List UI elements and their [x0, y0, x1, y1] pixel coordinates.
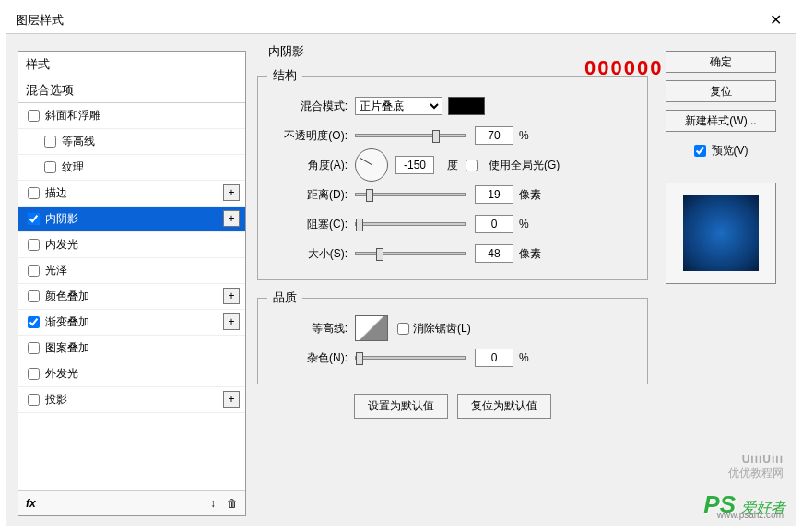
distance-unit: 像素: [519, 187, 556, 203]
style-item-2[interactable]: 纹理: [18, 155, 245, 181]
add-effect-icon[interactable]: +: [223, 288, 240, 304]
watermark-ps: PS 爱好者 www.psahz.com: [703, 491, 785, 519]
opacity-unit: %: [519, 129, 556, 142]
style-item-0[interactable]: 斜面和浮雕: [18, 103, 245, 129]
styles-panel: 样式 混合选项 斜面和浮雕等高线纹理描边+内阴影+内发光光泽颜色叠加+渐变叠加+…: [18, 51, 246, 516]
antialias-label: 消除锯齿(L): [413, 321, 471, 337]
style-label: 内阴影: [45, 211, 78, 227]
annotation-text: 000000: [584, 56, 663, 80]
blend-mode-label: 混合模式:: [267, 99, 355, 114]
styles-footer: fx ↕ 🗑: [18, 490, 245, 515]
angle-unit: 度: [447, 158, 458, 173]
noise-label: 杂色(N):: [267, 350, 355, 366]
angle-dial[interactable]: [355, 148, 388, 182]
opacity-input[interactable]: [475, 126, 513, 145]
add-effect-icon[interactable]: +: [223, 313, 240, 330]
titlebar: 图层样式 ✕: [6, 6, 796, 34]
antialias-checkbox[interactable]: [397, 323, 409, 335]
size-input[interactable]: [475, 244, 513, 263]
watermark-uiii: UiiiUiii优优教程网: [728, 453, 784, 481]
style-item-4[interactable]: 内阴影+: [18, 207, 245, 232]
noise-unit: %: [519, 351, 556, 364]
add-effect-icon[interactable]: +: [223, 184, 240, 201]
style-item-8[interactable]: 渐变叠加+: [18, 310, 245, 336]
style-item-7[interactable]: 颜色叠加+: [18, 284, 245, 310]
distance-input[interactable]: [475, 185, 513, 204]
size-unit: 像素: [519, 246, 556, 262]
size-label: 大小(S):: [267, 246, 355, 262]
style-label: 光泽: [45, 263, 67, 278]
reset-default-button[interactable]: 复位为默认值: [457, 394, 551, 419]
preview-checkbox[interactable]: [694, 145, 706, 157]
style-item-9[interactable]: 图案叠加: [18, 336, 245, 361]
noise-input[interactable]: [475, 349, 513, 367]
fx-menu-icon[interactable]: fx: [26, 497, 36, 510]
ok-button[interactable]: 确定: [666, 51, 776, 73]
style-checkbox[interactable]: [28, 187, 40, 199]
style-checkbox[interactable]: [28, 394, 40, 406]
style-list: 斜面和浮雕等高线纹理描边+内阴影+内发光光泽颜色叠加+渐变叠加+图案叠加外发光投…: [18, 103, 245, 490]
cancel-button[interactable]: 复位: [666, 80, 776, 102]
style-checkbox[interactable]: [28, 368, 40, 380]
close-button[interactable]: ✕: [755, 6, 796, 34]
style-checkbox[interactable]: [44, 161, 56, 173]
trash-icon[interactable]: 🗑: [227, 497, 238, 510]
blending-options[interactable]: 混合选项: [18, 77, 245, 103]
style-item-11[interactable]: 投影+: [18, 387, 245, 413]
options-panel: 结构 混合模式: 正片叠底 不透明度(O): % 角度(A):: [257, 51, 648, 516]
style-checkbox[interactable]: [28, 239, 40, 251]
preview-label: 预览(V): [712, 143, 749, 159]
style-item-6[interactable]: 光泽: [18, 258, 245, 284]
distance-slider[interactable]: [355, 193, 466, 196]
noise-slider[interactable]: [355, 356, 466, 360]
choke-label: 阻塞(C):: [267, 217, 355, 232]
layer-style-dialog: 图层样式 ✕ 样式 混合选项 斜面和浮雕等高线纹理描边+内阴影+内发光光泽颜色叠…: [6, 6, 796, 526]
preview-swatch: [683, 195, 759, 271]
style-checkbox[interactable]: [28, 110, 40, 122]
style-label: 斜面和浮雕: [45, 108, 100, 124]
opacity-label: 不透明度(O):: [267, 128, 355, 144]
add-effect-icon[interactable]: +: [223, 210, 240, 227]
reorder-icon[interactable]: ↕: [210, 497, 216, 510]
preview-box: [666, 183, 776, 284]
choke-input[interactable]: [475, 215, 513, 233]
style-label: 投影: [45, 392, 67, 408]
choke-unit: %: [519, 218, 556, 231]
style-label: 图案叠加: [45, 340, 89, 356]
style-item-3[interactable]: 描边+: [18, 181, 245, 207]
size-slider[interactable]: [355, 252, 466, 255]
quality-legend: 品质: [267, 290, 302, 306]
right-column: 确定 复位 新建样式(W)... 预览(V): [661, 51, 781, 284]
style-label: 渐变叠加: [45, 314, 89, 330]
distance-label: 距离(D):: [267, 187, 355, 203]
style-label: 描边: [45, 185, 67, 201]
style-checkbox[interactable]: [28, 265, 40, 277]
structure-group: 结构 混合模式: 正片叠底 不透明度(O): % 角度(A):: [257, 67, 648, 280]
style-label: 颜色叠加: [45, 289, 89, 304]
structure-legend: 结构: [267, 67, 302, 84]
style-item-5[interactable]: 内发光: [18, 232, 245, 258]
angle-input[interactable]: [395, 156, 434, 174]
opacity-slider[interactable]: [355, 134, 466, 137]
style-label: 外发光: [45, 366, 78, 382]
style-checkbox[interactable]: [28, 290, 40, 302]
style-checkbox[interactable]: [28, 316, 40, 328]
quality-group: 品质 等高线: 消除锯齿(L) 杂色(N): %: [257, 290, 648, 384]
style-item-10[interactable]: 外发光: [18, 361, 245, 387]
contour-picker[interactable]: [355, 315, 388, 341]
style-label: 等高线: [62, 134, 95, 149]
blend-mode-select[interactable]: 正片叠底: [355, 97, 442, 115]
styles-header[interactable]: 样式: [18, 52, 245, 77]
shadow-color-swatch[interactable]: [448, 97, 485, 115]
style-checkbox[interactable]: [28, 342, 40, 354]
style-checkbox[interactable]: [28, 213, 40, 225]
style-checkbox[interactable]: [44, 136, 56, 148]
choke-slider[interactable]: [355, 222, 466, 226]
add-effect-icon[interactable]: +: [223, 391, 240, 408]
new-style-button[interactable]: 新建样式(W)...: [666, 110, 776, 132]
style-label: 纹理: [62, 160, 84, 175]
set-default-button[interactable]: 设置为默认值: [354, 394, 448, 419]
global-light-checkbox[interactable]: [466, 160, 478, 171]
style-item-1[interactable]: 等高线: [18, 129, 245, 155]
style-label: 内发光: [45, 237, 78, 253]
